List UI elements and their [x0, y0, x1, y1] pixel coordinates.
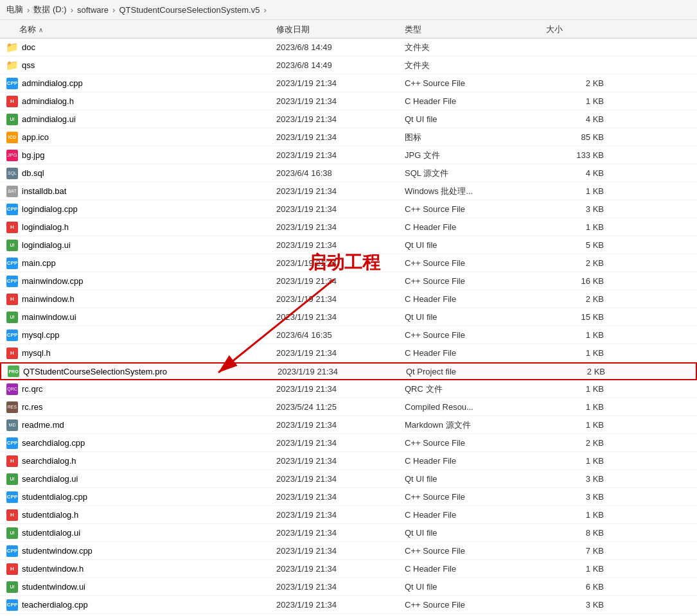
table-row[interactable]: H admindialog.h 2023/1/19 21:34 C Header… [0, 92, 697, 110]
file-type-cell: C++ Source File [405, 276, 546, 286]
file-date-cell: 2023/6/4 16:38 [276, 168, 405, 178]
ui-icon: UI [6, 312, 18, 323]
table-row[interactable]: H logindialog.h 2023/1/19 21:34 C Header… [0, 218, 697, 236]
breadcrumb-sep-3: › [112, 5, 115, 15]
table-row[interactable]: H studentwindow.h 2023/1/19 21:34 C Head… [0, 560, 697, 578]
table-row[interactable]: UI admindialog.ui 2023/1/19 21:34 Qt UI … [0, 110, 697, 128]
file-name-cell: H mainwindow.h [0, 294, 276, 305]
file-name-cell: H admindialog.h [0, 96, 276, 107]
table-row[interactable]: SQL db.sql 2023/6/4 16:38 SQL 源文件 4 KB [0, 164, 697, 182]
breadcrumb-computer[interactable]: 电脑 [6, 4, 23, 15]
table-row[interactable]: UI mainwindow.ui 2023/1/19 21:34 Qt UI f… [0, 308, 697, 326]
file-date-cell: 2023/1/19 21:34 [276, 204, 405, 214]
table-row[interactable]: CPP admindialog.cpp 2023/1/19 21:34 C++ … [0, 75, 697, 92]
file-name-cell: CPP logindialog.cpp [0, 204, 276, 215]
table-row[interactable]: JPG bg.jpg 2023/1/19 21:34 JPG 文件 133 KB [0, 146, 697, 164]
file-size-cell: 1 KB [546, 402, 610, 412]
table-row[interactable]: CPP logindialog.cpp 2023/1/19 21:34 C++ … [0, 200, 697, 218]
file-size-cell: 16 KB [546, 276, 610, 286]
file-date-cell: 2023/1/19 21:34 [276, 294, 405, 304]
table-row[interactable]: UI searchdialog.ui 2023/1/19 21:34 Qt UI… [0, 470, 697, 488]
cpp-icon: CPP [6, 78, 18, 89]
file-name: logindialog.h [22, 222, 69, 232]
file-type-cell: C Header File [405, 564, 546, 574]
table-row[interactable]: UI studentdialog.ui 2023/1/19 21:34 Qt U… [0, 524, 697, 542]
table-row[interactable]: BAT installdb.bat 2023/1/19 21:34 Window… [0, 182, 697, 200]
file-date-cell: 2023/5/24 11:25 [276, 402, 405, 412]
file-name: studentwindow.ui [22, 582, 85, 592]
h-icon: H [6, 455, 18, 467]
cpp-icon: CPP [6, 599, 18, 611]
table-row[interactable]: CPP mainwindow.cpp 2023/1/19 21:34 C++ S… [0, 272, 697, 290]
file-size-cell: 3 KB [546, 600, 610, 610]
table-row[interactable]: H searchdialog.h 2023/1/19 21:34 C Heade… [0, 452, 697, 470]
col-name-header[interactable]: 名称 ∧ [0, 24, 276, 35]
table-row[interactable]: UI logindialog.ui 2023/1/19 21:34 Qt UI … [0, 236, 697, 254]
file-size-cell: 4 KB [546, 168, 610, 178]
file-type-cell: Qt UI file [405, 474, 546, 484]
ui-icon: UI [6, 527, 18, 539]
col-size-header[interactable]: 大小 [546, 24, 610, 35]
breadcrumb-sep-4: › [263, 5, 266, 15]
breadcrumb-software[interactable]: software [77, 5, 109, 15]
table-row[interactable]: RES rc.res 2023/5/24 11:25 Compiled Reso… [0, 398, 697, 416]
file-type-cell: JPG 文件 [405, 150, 546, 161]
table-row[interactable]: CPP studentdialog.cpp 2023/1/19 21:34 C+… [0, 488, 697, 506]
file-size-cell: 133 KB [546, 150, 610, 160]
table-row[interactable]: CPP searchdialog.cpp 2023/1/19 21:34 C++… [0, 434, 697, 452]
table-row[interactable]: CPP mysql.cpp 2023/6/4 16:35 C++ Source … [0, 326, 697, 344]
file-size-cell: 3 KB [546, 474, 610, 484]
table-row[interactable]: H studentdialog.h 2023/1/19 21:34 C Head… [0, 506, 697, 524]
file-size-cell: 1 KB [546, 330, 610, 340]
file-name: studentdialog.ui [22, 528, 80, 538]
file-name: logindialog.ui [22, 240, 71, 250]
file-date-cell: 2023/1/19 21:34 [276, 456, 405, 466]
col-date-header[interactable]: 修改日期 [276, 24, 405, 35]
table-row[interactable]: 📁 qss 2023/6/8 14:49 文件夹 [0, 57, 697, 75]
column-headers: 名称 ∧ 修改日期 类型 大小 [0, 20, 697, 39]
file-name: searchdialog.cpp [22, 438, 85, 448]
file-type-cell: C++ Source File [405, 330, 546, 340]
col-type-header[interactable]: 类型 [405, 24, 546, 35]
file-type-cell: C++ Source File [405, 600, 546, 610]
table-row[interactable]: QRC rc.qrc 2023/1/19 21:34 QRC 文件 1 KB [0, 380, 697, 398]
file-size-cell: 1 KB [546, 564, 610, 574]
file-type-cell: C Header File [405, 348, 546, 358]
file-type-cell: C Header File [405, 456, 546, 466]
file-name: mysql.h [22, 348, 51, 358]
file-date-cell: 2023/1/19 21:34 [276, 528, 405, 538]
breadcrumb-project[interactable]: QTStudentCourseSelectionSystem.v5 [119, 5, 260, 15]
sort-arrow: ∧ [39, 26, 43, 33]
file-list: 📁 doc 2023/6/8 14:49 文件夹 📁 qss 2023/6/8 … [0, 39, 697, 614]
qrc-icon: QRC [6, 383, 18, 395]
file-name: studentwindow.cpp [22, 546, 93, 556]
file-name-cell: H studentwindow.h [0, 563, 276, 575]
file-name: admindialog.h [22, 96, 74, 106]
file-date-cell: 2023/6/4 16:35 [276, 330, 405, 340]
file-date-cell: 2023/1/19 21:34 [276, 240, 405, 250]
file-name-cell: UI studentdialog.ui [0, 527, 276, 539]
file-name-cell: H studentdialog.h [0, 509, 276, 521]
breadcrumb-d[interactable]: 数据 (D:) [33, 4, 66, 15]
file-date-cell: 2023/1/19 21:34 [276, 150, 405, 160]
file-name: mainwindow.h [22, 294, 75, 304]
table-row[interactable]: CPP studentwindow.cpp 2023/1/19 21:34 C+… [0, 542, 697, 560]
table-row[interactable]: MD readme.md 2023/1/19 21:34 Markdown 源文… [0, 416, 697, 434]
file-size-cell: 8 KB [546, 528, 610, 538]
file-size-cell: 1 KB [546, 222, 610, 232]
file-type-cell: C Header File [405, 222, 546, 232]
table-row[interactable]: H mysql.h 2023/1/19 21:34 C Header File … [0, 344, 697, 362]
file-name-cell: H mysql.h [0, 348, 276, 359]
file-name-cell: SQL db.sql [0, 168, 276, 179]
file-name-cell: RES rc.res [0, 401, 276, 413]
table-row[interactable]: CPP teacherdialog.cpp 2023/1/19 21:34 C+… [0, 596, 697, 614]
table-row[interactable]: UI studentwindow.ui 2023/1/19 21:34 Qt U… [0, 578, 697, 596]
table-row[interactable]: ICO app.ico 2023/1/19 21:34 图标 85 KB [0, 128, 697, 146]
file-type-cell: C++ Source File [405, 546, 546, 556]
table-row[interactable]: CPP main.cpp 2023/1/19 21:34 C++ Source … [0, 254, 697, 272]
file-date-cell: 2023/1/19 21:34 [276, 474, 405, 484]
table-row[interactable]: H mainwindow.h 2023/1/19 21:34 C Header … [0, 290, 697, 308]
table-row[interactable]: 📁 doc 2023/6/8 14:49 文件夹 [0, 39, 697, 57]
table-row[interactable]: PRO QTStudentCourseSelectionSystem.pro 2… [0, 362, 697, 380]
file-name-cell: ICO app.ico [0, 132, 276, 143]
